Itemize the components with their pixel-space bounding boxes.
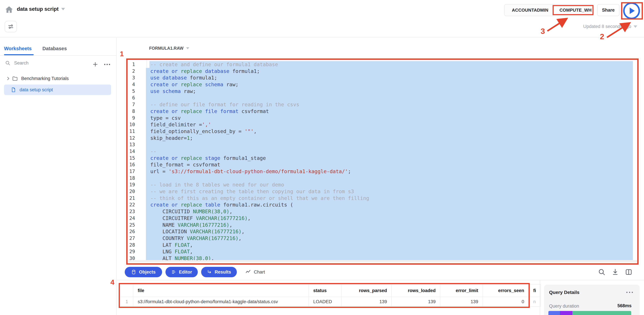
more-options-icon[interactable] <box>626 292 633 293</box>
annotation-label-3: 3 <box>541 27 545 36</box>
annotation-label-2: 2 <box>600 32 604 41</box>
code-line: field_delimiter =',' <box>146 121 637 128</box>
plus-icon <box>92 62 98 67</box>
line-number: 26 <box>128 228 135 235</box>
download-icon[interactable] <box>611 268 619 276</box>
code-line: -- we are first creating the table then … <box>146 188 637 195</box>
duration-bar-segment <box>560 311 572 315</box>
play-icon <box>630 8 635 14</box>
code-line: create or replace schema raw; <box>146 81 637 88</box>
query-details-title: Query Details <box>549 290 580 295</box>
code-line <box>146 175 637 182</box>
query-duration-bar <box>548 311 631 315</box>
line-number: 2 <box>128 68 135 75</box>
code-line: -- think of this as an empty container o… <box>146 195 637 202</box>
chevron-down-icon <box>634 26 637 28</box>
line-number: 3 <box>128 75 135 81</box>
code-line: create or replace table formula1.raw.cir… <box>146 201 637 208</box>
more-options-icon[interactable] <box>102 60 112 69</box>
results-table[interactable]: filestatusrows_parsedrows_loadederror_li… <box>120 284 541 307</box>
code-line <box>146 141 637 148</box>
line-number: 15 <box>128 155 135 162</box>
horizontal-scrollbar[interactable] <box>128 260 637 262</box>
sidebar-item-label: Benchmarking Tutorials <box>21 76 69 81</box>
column-header[interactable]: file <box>133 284 309 297</box>
column-header[interactable]: status <box>309 284 341 297</box>
divider <box>117 280 644 280</box>
line-number: 25 <box>128 222 135 228</box>
line-number: 28 <box>128 242 135 248</box>
line-number: 17 <box>128 168 135 175</box>
line-number: 4 <box>128 81 135 88</box>
line-number: 6 <box>128 95 135 101</box>
table-cell: 139 <box>392 297 440 306</box>
column-header[interactable] <box>120 284 133 297</box>
code-line: COUNTRY VARCHAR(16777216), <box>146 235 637 242</box>
updated-status[interactable]: Updated 8 seconds ago <box>583 24 637 29</box>
worksheet-title-menu[interactable]: data setup script <box>17 6 65 12</box>
sliders-icon <box>8 24 14 30</box>
code-line: type = csv <box>146 115 637 121</box>
duration-bar-segment <box>572 311 631 315</box>
editor-toggle-button[interactable]: Editor <box>166 267 198 277</box>
code-line: CIRCUITID NUMBER(38,0), <box>146 208 637 215</box>
sidebar: Worksheets Databases Search <box>0 38 116 315</box>
sidebar-search-row: Search <box>0 60 116 69</box>
table-cell: 1 <box>120 297 133 306</box>
role-label: ACCOUNTADMIN <box>512 8 548 13</box>
line-number: 19 <box>128 181 135 188</box>
objects-toggle-button[interactable]: Objects <box>125 267 162 277</box>
table-header-row: filestatusrows_parsedrows_loadederror_li… <box>120 284 541 297</box>
session-context-selector[interactable]: ACCOUNTADMIN COMPUTE_WH <box>504 4 593 16</box>
sql-editor[interactable]: 1234567891011121314151617181920212223242… <box>128 60 637 263</box>
column-header[interactable]: errors_seen <box>483 284 529 297</box>
duration-bar-segment <box>548 311 560 315</box>
table-cell: n <box>529 297 541 306</box>
results-toggle-button[interactable]: Results <box>201 267 237 277</box>
line-number: 1 <box>128 61 135 68</box>
column-header[interactable]: rows_loaded <box>392 284 440 297</box>
column-header[interactable]: error_limit <box>440 284 483 297</box>
filters-button[interactable] <box>5 21 17 32</box>
code-line <box>146 95 637 101</box>
query-duration-value: 568ms <box>618 303 632 308</box>
line-number: 10 <box>128 121 135 128</box>
home-icon[interactable] <box>4 5 14 15</box>
chevron-down-icon <box>61 8 65 10</box>
column-header[interactable]: fi <box>529 284 541 297</box>
column-header[interactable]: rows_parsed <box>341 284 392 297</box>
new-worksheet-button[interactable] <box>91 60 100 69</box>
share-button[interactable]: Share <box>597 4 620 16</box>
line-number: 18 <box>128 175 135 182</box>
line-number-gutter: 1234567891011121314151617181920212223242… <box>128 61 135 262</box>
code-line: -- create and define our formula1 databa… <box>146 61 637 68</box>
code-line: skip_header=1; <box>146 135 637 142</box>
table-row[interactable]: 1s3://formula1-dbt-cloud-python-demo/for… <box>120 297 541 306</box>
code-line: CIRCUITREF VARCHAR(16777216), <box>146 215 637 222</box>
sidebar-item-folder[interactable]: Benchmarking Tutorials <box>4 74 112 84</box>
search-results-icon[interactable] <box>598 268 606 276</box>
divider <box>540 280 540 315</box>
chevron-down-icon <box>186 47 189 49</box>
tab-databases[interactable]: Databases <box>42 46 67 51</box>
line-number: 24 <box>128 215 135 222</box>
annotation-label-1: 1 <box>120 50 124 58</box>
search-placeholder: Search <box>14 61 28 66</box>
sidebar-item-worksheet-selected[interactable]: data setup script <box>4 85 111 95</box>
warehouse-label: COMPUTE_WH <box>560 8 592 13</box>
query-duration-label: Query duration <box>549 303 579 309</box>
search-input[interactable]: Search <box>5 60 28 66</box>
code-line: -- <box>146 148 637 155</box>
split-panel-icon[interactable] <box>625 268 632 276</box>
code-line: use schema raw; <box>146 88 637 95</box>
tab-worksheets[interactable]: Worksheets <box>4 46 32 51</box>
run-button[interactable] <box>623 2 640 19</box>
code-line: -- load in the 8 tables we need for our … <box>146 181 637 188</box>
worksheet-context-selector[interactable]: FORMULA1.RAW <box>149 46 189 51</box>
code-line: url = 's3://formula1-dbt-cloud-python-de… <box>146 168 637 175</box>
line-number: 5 <box>128 88 135 95</box>
chart-toggle-button[interactable]: Chart <box>246 267 265 277</box>
code-line: use database formula1; <box>146 75 637 81</box>
top-bar: data setup script ACCOUNTADMIN <box>0 0 644 37</box>
code-line: create or replace stage formula1_stage <box>146 155 637 162</box>
